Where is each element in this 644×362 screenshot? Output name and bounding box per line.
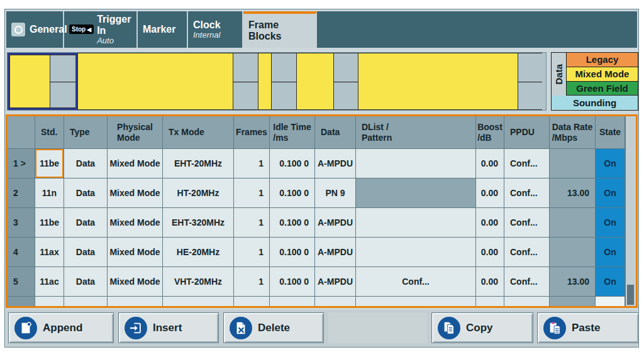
cell-phys[interactable]: Mixed Mode (108, 208, 163, 238)
cell-state[interactable]: Off (596, 297, 625, 308)
cell-frames[interactable]: 1 (234, 297, 270, 308)
timeline-block-2[interactable] (77, 53, 258, 110)
cell-state[interactable]: On (596, 208, 625, 238)
cell-dlist[interactable]: Conf... (356, 267, 476, 297)
cell-boost[interactable]: 0.00 (476, 297, 504, 308)
frame-segment[interactable] (77, 53, 233, 110)
cell-std[interactable]: 11ac (35, 297, 64, 308)
cell-boost[interactable]: 0.00 (476, 208, 504, 238)
cell-std[interactable]: 11be (35, 208, 64, 238)
cell-ppdu[interactable]: Conf... (504, 267, 550, 297)
cell-boost[interactable]: 0.00 (476, 238, 504, 267)
cell-state[interactable]: On (596, 238, 625, 267)
cell-ppdu[interactable]: Conf... (504, 238, 550, 267)
cell-tx[interactable]: EHT-320MHz (163, 208, 234, 238)
cell-std[interactable]: 11ac (35, 267, 64, 297)
tab-general[interactable]: General (6, 11, 64, 48)
cell-frames[interactable]: 1 (234, 267, 270, 297)
cell-phys[interactable]: Mixed Mode (108, 238, 163, 267)
cell-phys[interactable]: Mixed Mode (108, 267, 163, 297)
column-header: Type (64, 116, 108, 149)
cell-state[interactable]: On (596, 267, 625, 297)
row-number-cell[interactable]: 1 > (8, 149, 35, 178)
cell-ppdu[interactable]: Conf... (504, 149, 550, 178)
cell-state[interactable]: On (596, 178, 625, 208)
row-number-cell[interactable]: 4 (8, 238, 35, 267)
cell-boost[interactable]: 0.00 (476, 178, 504, 208)
table-body: 1 >11beDataMixed ModeEHT-20MHz10.100 0A-… (8, 149, 636, 308)
cell-idle[interactable]: 0.100 0 (270, 208, 315, 238)
button-label: Copy (466, 322, 493, 334)
cell-data[interactable]: A-MPDU (315, 238, 356, 267)
tab-clock[interactable]: Clock Internal (188, 11, 243, 48)
cell-tx[interactable]: EHT-20MHz (163, 149, 234, 178)
tab-marker[interactable]: Marker (138, 11, 188, 48)
cell-phys[interactable]: Mixed Mode (108, 178, 163, 208)
cell-ppdu[interactable]: Conf... (504, 208, 550, 238)
cell-type[interactable]: Data (64, 297, 108, 308)
row-number-cell[interactable]: 2 (8, 178, 35, 208)
cell-data[interactable]: PN 9 (315, 178, 356, 208)
cell-boost[interactable]: 0.00 (476, 149, 504, 178)
cell-dlist[interactable] (356, 238, 476, 267)
cell-type[interactable]: Data (64, 238, 108, 267)
frame-segment[interactable] (358, 53, 518, 110)
cell-frames[interactable]: 1 (234, 178, 270, 208)
cell-idle[interactable]: 0.100 0 (270, 178, 315, 208)
cell-std[interactable]: 11ax (35, 238, 64, 267)
cell-type[interactable]: Data (64, 178, 108, 208)
cell-frames[interactable]: 1 (234, 149, 270, 178)
cell-state[interactable]: On (596, 149, 625, 178)
timeline-block-4[interactable] (296, 53, 358, 110)
scrollbar-thumb[interactable] (627, 285, 634, 305)
timeline-block-1[interactable] (8, 53, 77, 110)
cell-std[interactable]: 11n (35, 178, 64, 208)
cell-idle[interactable]: 0.100 0 (270, 149, 315, 178)
cell-data[interactable]: A-MPDU (315, 149, 356, 178)
cell-phys[interactable]: Mixed Mode (108, 297, 163, 308)
tab-trigger-in[interactable]: Stop◀ Trigger In Auto (64, 11, 138, 48)
row-number-cell[interactable]: 6 (8, 297, 35, 308)
cell-idle[interactable]: 0.100 0 (270, 267, 315, 297)
cell-tx[interactable]: VHT-20MHz (163, 267, 234, 297)
cell-phys[interactable]: Mixed Mode (108, 149, 163, 178)
cell-tx[interactable]: HE-20MHz (163, 238, 234, 267)
cell-type[interactable]: Data (64, 267, 108, 297)
cell-dlist[interactable]: Conf... (356, 297, 476, 308)
cell-boost[interactable]: 0.00 (476, 267, 504, 297)
row-number-cell[interactable]: 5 (8, 267, 35, 297)
cell-dlist[interactable] (356, 149, 476, 178)
cell-frames[interactable]: 1 (234, 238, 270, 267)
cell-ppdu[interactable]: Conf... (504, 178, 550, 208)
cell-data[interactable]: A-MPDU (315, 297, 356, 308)
insert-button[interactable]: Insert (118, 312, 219, 343)
copy-button[interactable]: Copy (431, 312, 533, 343)
cell-tx[interactable]: VHT-20MHz (163, 297, 234, 308)
frame-segment[interactable] (9, 55, 50, 108)
timeline-block-3[interactable] (258, 53, 296, 110)
timeline-block-5[interactable] (358, 53, 542, 110)
cell-dlist[interactable] (356, 178, 476, 208)
cell-type[interactable]: Data (64, 149, 108, 178)
column-header: State (596, 116, 625, 149)
cell-idle[interactable]: 0.100 0 (270, 238, 315, 267)
cell-tx[interactable]: HT-20MHz (163, 178, 234, 208)
paste-button[interactable]: Paste (537, 312, 639, 343)
frame-segment[interactable] (296, 53, 334, 110)
tab-frame-blocks-active[interactable]: Frame Blocks (243, 11, 317, 48)
cell-idle[interactable]: 0.100 0 (270, 297, 315, 308)
append-button[interactable]: Append (8, 312, 114, 343)
vertical-scrollbar[interactable] (625, 116, 636, 306)
row-number-cell[interactable]: 3 (8, 208, 35, 238)
cell-type[interactable]: Data (64, 208, 108, 238)
column-header: Tx Mode (163, 116, 234, 149)
cell-data[interactable]: A-MPDU (315, 267, 356, 297)
cell-ppdu[interactable]: Conf... (504, 297, 550, 308)
delete-button[interactable]: Delete (223, 312, 324, 343)
idle-time-segment (233, 53, 258, 110)
cell-data[interactable]: A-MPDU (315, 208, 356, 238)
frame-segment[interactable] (258, 53, 272, 110)
cell-frames[interactable]: 1 (234, 208, 270, 238)
cell-std[interactable]: 11be (35, 149, 64, 178)
cell-dlist[interactable] (356, 208, 476, 238)
